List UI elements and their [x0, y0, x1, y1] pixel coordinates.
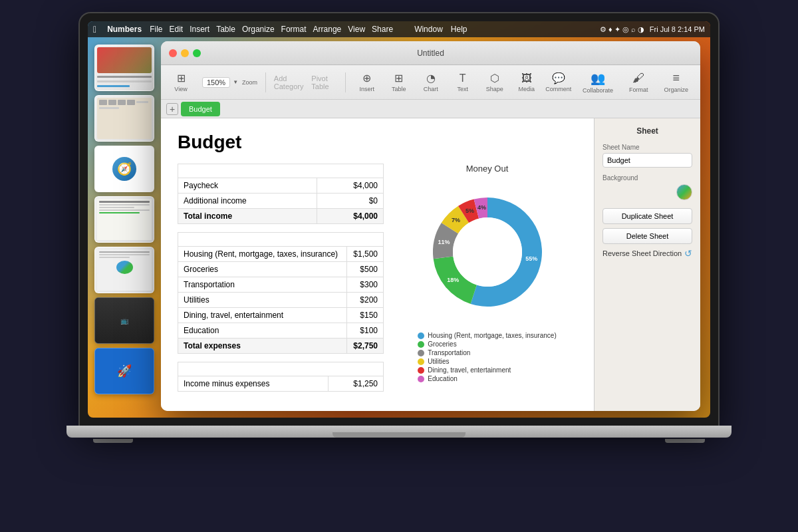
- toolbar-separator-1: [265, 72, 266, 92]
- add-sheet-button[interactable]: +: [166, 103, 178, 115]
- shape-button[interactable]: ⬡ Shape: [481, 69, 508, 95]
- zoom-value[interactable]: 150%: [202, 77, 230, 88]
- tables-and-chart: Money In Paycheck $4,000 Additional inco…: [178, 164, 577, 400]
- spreadsheet-area[interactable]: Budget Money In Payche: [161, 118, 594, 411]
- thumbnail-launchpad[interactable]: 🚀: [94, 348, 154, 394]
- money-out-header: Money Out: [178, 233, 384, 247]
- table-row: Housing (Rent, mortgage, taxes, insuranc…: [178, 247, 384, 262]
- menu-help[interactable]: Help: [451, 25, 467, 34]
- maximize-button[interactable]: [193, 49, 201, 57]
- chart-button[interactable]: ◔ Chart: [418, 69, 444, 95]
- money-left-table: Money Left Over Income minus expenses $1…: [178, 362, 384, 392]
- add-category-btn[interactable]: Add Category: [274, 74, 307, 90]
- macbook-feet: [66, 439, 732, 443]
- insert-button[interactable]: ⊕ Insert: [354, 69, 380, 95]
- legend-groceries: Groceries: [418, 340, 556, 348]
- left-thumbnails: 🧭: [94, 45, 158, 394]
- menu-file[interactable]: File: [150, 25, 162, 34]
- macbook:  Numbers File Edit Insert Table Organiz…: [33, 13, 765, 519]
- pivot-table-btn[interactable]: Pivot Table: [311, 74, 337, 90]
- minimize-button[interactable]: [181, 49, 189, 57]
- background-label: Background: [602, 174, 692, 182]
- text-button[interactable]: T Text: [450, 70, 476, 95]
- text-icon: T: [460, 72, 466, 84]
- menu-table[interactable]: Table: [216, 25, 235, 34]
- toolbar: ⊞ View 150% ▼ Zoom Add Category Pivot Ta…: [161, 65, 700, 100]
- menubar:  Numbers File Edit Insert Table Organiz…: [88, 21, 710, 37]
- view-button[interactable]: ⊞ View: [168, 69, 194, 95]
- reverse-sheet-icon[interactable]: ↺: [684, 248, 692, 259]
- sheet-name-input[interactable]: [602, 153, 692, 168]
- thumbnail-4[interactable]: [94, 247, 154, 293]
- utilities-value: $200: [347, 293, 384, 308]
- menubar-app-name[interactable]: Numbers: [107, 25, 142, 34]
- close-button[interactable]: [169, 49, 177, 57]
- menu-view[interactable]: View: [348, 25, 365, 34]
- budget-tab[interactable]: Budget: [181, 102, 220, 116]
- table-row: Paycheck $4,000: [178, 178, 384, 194]
- housing-value: $1,500: [347, 247, 384, 262]
- table-button[interactable]: ⊞ Table: [386, 69, 412, 95]
- window-title: Untitled: [417, 49, 444, 58]
- money-in-table: Money In Paycheck $4,000 Additional inco…: [178, 164, 384, 224]
- dining-label: Dining, travel, entertainment: [178, 308, 347, 323]
- housing-legend-label: Housing (Rent, mortgage, taxes, insuranc…: [428, 332, 556, 339]
- menu-insert[interactable]: Insert: [190, 25, 209, 34]
- collaborate-icon: 👥: [591, 71, 605, 86]
- menu-arrange[interactable]: Arrange: [313, 25, 342, 34]
- legend-housing: Housing (Rent, mortgage, taxes, insuranc…: [418, 332, 556, 339]
- screen-inner:  Numbers File Edit Insert Table Organiz…: [88, 21, 710, 418]
- collaborate-button[interactable]: 👥 Collaborate: [577, 68, 618, 96]
- background-color-button[interactable]: [676, 184, 692, 200]
- legend-education: Education: [418, 375, 556, 382]
- menu-format[interactable]: Format: [281, 25, 307, 34]
- chart-legend: Housing (Rent, mortgage, taxes, insuranc…: [418, 332, 556, 384]
- zoom-chevron-icon: ▼: [233, 79, 238, 85]
- zoom-label: Zoom: [242, 79, 257, 86]
- chart-title: Money Out: [397, 164, 577, 174]
- thumbnail-3[interactable]: [94, 196, 154, 243]
- groceries-legend-label: Groceries: [428, 340, 456, 348]
- transportation-legend-dot: [418, 350, 424, 356]
- media-button[interactable]: 🖼 Media: [513, 70, 540, 95]
- thumbnail-2[interactable]: [94, 95, 154, 142]
- apple-logo-icon[interactable]: : [93, 24, 96, 35]
- utilities-legend-label: Utilities: [428, 358, 449, 365]
- education-label: Education: [178, 323, 347, 338]
- transportation-label: Transportation: [178, 277, 347, 293]
- budget-title: Budget: [178, 132, 577, 153]
- delete-sheet-button[interactable]: Delete Sheet: [602, 228, 692, 244]
- additional-income-value: $0: [317, 194, 383, 209]
- utilities-pct: 7%: [452, 217, 460, 223]
- donut-hole: [453, 217, 522, 287]
- dining-value: $150: [347, 308, 384, 323]
- zoom-control[interactable]: 150% ▼ Zoom: [202, 77, 257, 88]
- menu-organize[interactable]: Organize: [242, 25, 275, 34]
- duplicate-sheet-button[interactable]: Duplicate Sheet: [602, 208, 692, 224]
- thumbnail-safari[interactable]: 🧭: [94, 146, 154, 192]
- comment-button[interactable]: 💬 Comment: [545, 69, 572, 95]
- format-button[interactable]: 🖌 Format: [624, 68, 654, 96]
- additional-income-label: Additional income: [178, 194, 317, 209]
- chart-column: Money Out 55%18%11%7%5%4% Housing (Rent,…: [397, 164, 577, 400]
- table-row: Education $100: [178, 323, 384, 338]
- menu-edit[interactable]: Edit: [169, 25, 183, 34]
- view-icon: ⊞: [177, 72, 186, 84]
- money-out-table: Money Out Housing (Rent, mortgage, taxes…: [178, 232, 384, 354]
- table-icon: ⊞: [394, 72, 403, 84]
- menu-window[interactable]: Window: [414, 25, 443, 34]
- thumbnail-1[interactable]: [94, 45, 154, 91]
- menubar-icons: ⚙ ♦ ✦ ◎ ⌕ ◑: [600, 25, 644, 34]
- housing-label: Housing (Rent, mortgage, taxes, insuranc…: [178, 247, 347, 262]
- organize-button[interactable]: ≡ Organize: [658, 68, 694, 96]
- transportation-legend-label: Transportation: [428, 349, 470, 356]
- thumbnail-5[interactable]: 📺: [94, 297, 154, 344]
- menubar-items: File Edit Insert Table Organize Format A…: [150, 25, 393, 34]
- reverse-sheet-label: Reverse Sheet Direction: [602, 249, 682, 257]
- sheet-name-label: Sheet Name: [602, 144, 692, 151]
- menu-share[interactable]: Share: [372, 25, 393, 34]
- dining,-pct: 5%: [465, 207, 473, 214]
- comment-icon: 💬: [552, 72, 565, 84]
- macbook-base: [66, 426, 732, 438]
- menubar-datetime: Fri Jul 8 2:14 PM: [650, 25, 705, 33]
